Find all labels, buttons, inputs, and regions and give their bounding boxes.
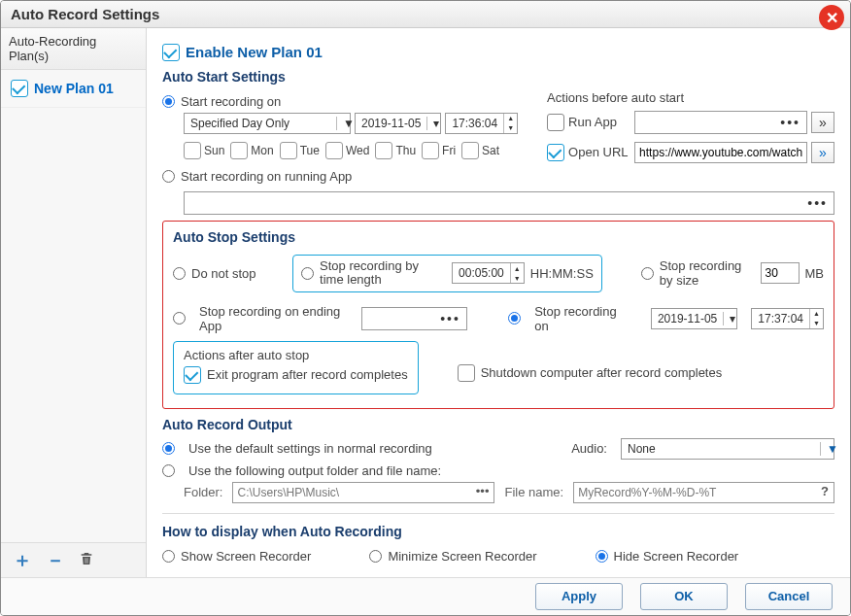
day-thu-checkbox[interactable]: [375, 142, 392, 159]
output-row-1: Use the default settings in normal recor…: [162, 438, 834, 460]
ok-button[interactable]: OK: [640, 583, 728, 610]
running-app-input[interactable]: •••: [184, 191, 834, 215]
output-row-3: Folder: ••• File name: ?: [162, 482, 834, 503]
stop-on-time-label: Stop recording on: [534, 304, 624, 333]
spinner-arrows: ▲▼: [503, 114, 517, 133]
use-default-radio[interactable]: [162, 442, 175, 455]
chevron-down-icon: ▼: [820, 442, 834, 456]
run-app-go-button[interactable]: »: [811, 112, 834, 133]
start-on-app-row: Start recording on running App: [162, 169, 518, 184]
ending-app-input[interactable]: •••: [361, 307, 467, 330]
exit-after-label: Exit program after record completes: [207, 367, 408, 382]
stop-time-input[interactable]: 17:37:04 ▲▼: [751, 308, 824, 329]
stop-length-input[interactable]: 00:05:00 ▲▼: [452, 262, 525, 284]
display-title: How to display when Auto Recording: [162, 524, 834, 539]
stop-by-size-radio[interactable]: [641, 267, 654, 280]
run-app-checkbox[interactable]: [547, 114, 564, 131]
run-app-path-input[interactable]: •••: [634, 111, 807, 134]
start-on-app-radio[interactable]: [162, 170, 175, 183]
start-on-label: Start recording on: [181, 94, 281, 109]
stop-by-length-label: Stop recording by time length: [320, 259, 446, 288]
display-show-radio[interactable]: [162, 550, 175, 563]
open-url-go-button[interactable]: »: [811, 142, 834, 163]
chevron-down-icon: ▾: [426, 117, 440, 130]
sidebar-item-plan[interactable]: New Plan 01: [1, 70, 146, 108]
sidebar: Auto-Recording Plan(s) New Plan 01 ＋ －: [1, 28, 147, 577]
sidebar-item-label: New Plan 01: [34, 81, 114, 96]
stop-row-2: Stop recording on ending App ••• Stop re…: [173, 304, 824, 333]
folder-label: Folder:: [184, 485, 222, 499]
actions-after-group: Actions after auto stop Exit program aft…: [173, 341, 419, 394]
folder-browse-icon[interactable]: •••: [476, 484, 490, 498]
do-not-stop-label: Do not stop: [191, 266, 256, 281]
start-schedule-row: Specified Day Only ▼ 2019-11-05 ▾ 17:36:…: [162, 113, 518, 134]
folder-input[interactable]: [232, 482, 494, 503]
apply-button[interactable]: Apply: [535, 583, 623, 610]
auto-start-title: Auto Start Settings: [162, 69, 834, 85]
use-custom-radio[interactable]: [162, 464, 175, 477]
run-app-row: Run App ••• »: [547, 111, 834, 134]
display-hide-radio[interactable]: [596, 550, 608, 563]
stop-on-ending-app-label: Stop recording on ending App: [199, 304, 348, 333]
close-icon: ✕: [826, 9, 838, 27]
audio-select[interactable]: None ▼: [621, 438, 834, 460]
schedule-select[interactable]: Specified Day Only ▼: [184, 113, 351, 134]
remove-plan-button[interactable]: －: [46, 547, 65, 573]
day-fri-checkbox[interactable]: [422, 142, 439, 159]
stop-size-unit: MB: [805, 266, 825, 281]
sidebar-header: Auto-Recording Plan(s): [1, 28, 146, 70]
display-hide-label: Hide Screen Recorder: [614, 549, 739, 564]
stop-row-1: Do not stop Stop recording by time lengt…: [173, 251, 824, 296]
trash-icon: [79, 551, 94, 566]
day-sun-checkbox[interactable]: [184, 142, 201, 159]
stop-by-size-label: Stop recording by size: [660, 258, 755, 288]
days-row: Sun Mon Tue Wed Thu Fri Sat: [162, 142, 518, 159]
add-plan-button[interactable]: ＋: [13, 547, 32, 573]
auto-start-right: Actions before auto start Run App ••• » …: [547, 90, 834, 188]
main-pane: Enable New Plan 01 Auto Start Settings S…: [147, 28, 850, 577]
enable-plan-checkbox[interactable]: [162, 44, 180, 61]
shutdown-after-checkbox[interactable]: [458, 364, 475, 382]
exit-after-checkbox[interactable]: [184, 366, 201, 384]
auto-stop-title: Auto Stop Settings: [173, 229, 824, 245]
open-url-checkbox[interactable]: [547, 144, 564, 161]
running-app-field-row: •••: [162, 191, 834, 215]
display-row: Show Screen Recorder Minimize Screen Rec…: [162, 545, 834, 567]
start-on-row: Start recording on: [162, 94, 518, 109]
stop-date-input[interactable]: 2019-11-05 ▾: [651, 308, 737, 329]
cancel-button[interactable]: Cancel: [745, 583, 833, 610]
close-button[interactable]: ✕: [819, 5, 844, 30]
sidebar-footer: ＋ －: [1, 542, 146, 577]
filename-input[interactable]: [573, 482, 834, 503]
stop-size-input[interactable]: [761, 262, 800, 284]
display-minimize-radio[interactable]: [369, 550, 382, 563]
start-time-input[interactable]: 17:36:04 ▲▼: [445, 113, 518, 134]
separator: [162, 513, 834, 514]
plan-check-icon: [11, 80, 28, 97]
delete-plan-button[interactable]: [79, 549, 94, 571]
display-show-label: Show Screen Recorder: [181, 549, 311, 564]
day-tue-checkbox[interactable]: [280, 142, 297, 159]
stop-on-ending-app-radio[interactable]: [173, 312, 186, 325]
stop-by-length-radio[interactable]: [301, 267, 314, 280]
filename-help-button[interactable]: ?: [821, 484, 829, 498]
actions-after-row: Actions after auto stop Exit program aft…: [173, 341, 824, 394]
do-not-stop-radio[interactable]: [173, 267, 186, 280]
stop-on-time-radio[interactable]: [508, 312, 521, 325]
start-on-radio[interactable]: [162, 95, 175, 108]
sidebar-spacer: [1, 108, 146, 542]
display-minimize-label: Minimize Screen Recorder: [388, 549, 536, 564]
day-mon-checkbox[interactable]: [230, 142, 248, 159]
actions-after-title: Actions after auto stop: [184, 348, 408, 362]
day-sat-checkbox[interactable]: [461, 142, 479, 159]
open-url-input[interactable]: [634, 142, 807, 163]
audio-label: Audio:: [571, 441, 607, 456]
auto-start-columns: Start recording on Specified Day Only ▼ …: [162, 90, 834, 188]
enable-plan-row: Enable New Plan 01: [162, 44, 834, 61]
shutdown-after-group: Shutdown computer after record completes: [458, 345, 824, 382]
day-wed-checkbox[interactable]: [325, 142, 343, 159]
actions-before-title: Actions before auto start: [547, 90, 834, 105]
start-date-input[interactable]: 2019-11-05 ▾: [355, 113, 441, 134]
open-url-label: Open URL: [568, 145, 630, 159]
shutdown-after-label: Shutdown computer after record completes: [481, 365, 723, 380]
